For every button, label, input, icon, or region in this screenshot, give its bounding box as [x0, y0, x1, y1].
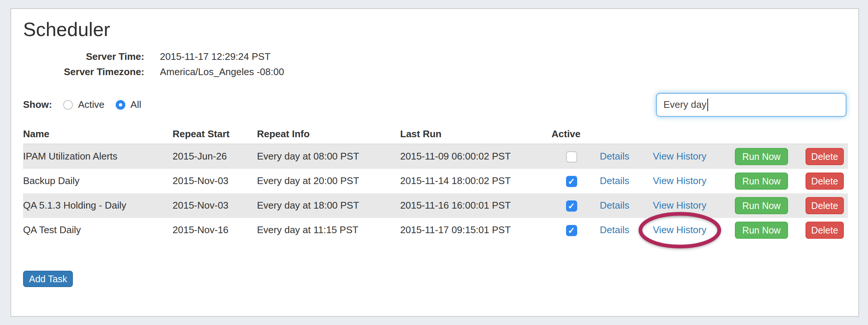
table-row: QA Test Daily 2015-Nov-16 Every day at 1…: [23, 218, 848, 242]
delete-button[interactable]: Delete: [806, 197, 843, 214]
page-title: Scheduler: [23, 19, 846, 41]
search-input-value: Every day: [663, 99, 707, 110]
last-run: 2015-11-16 16:00:01 PST: [400, 200, 552, 211]
active-radio[interactable]: [63, 100, 73, 110]
active-checkbox[interactable]: [566, 200, 577, 212]
last-run: 2015-11-17 09:15:01 PST: [400, 224, 552, 236]
details-link[interactable]: Details: [600, 200, 629, 211]
search-input[interactable]: Every day: [656, 93, 846, 117]
table-header-row: Name Repeat Start Repeat Info Last Run A…: [23, 127, 848, 144]
text-cursor: [707, 99, 708, 111]
all-radio[interactable]: [116, 100, 125, 110]
active-checkbox[interactable]: [566, 176, 577, 187]
delete-button[interactable]: Delete: [806, 173, 843, 190]
table-body: IPAM Utilization Alerts 2015-Jun-26 Ever…: [23, 144, 848, 242]
details-link[interactable]: Details: [600, 224, 629, 235]
table-row: Backup Daily 2015-Nov-03 Every day at 20…: [23, 169, 848, 193]
server-timezone-value: America/Los_Angeles -08:00: [160, 64, 284, 80]
repeat-start: 2015-Nov-03: [173, 200, 257, 211]
server-time-label: Server Time:: [23, 49, 144, 64]
active-checkbox[interactable]: [566, 225, 577, 236]
view-history-link[interactable]: View History: [653, 200, 706, 211]
view-history-link[interactable]: View History: [653, 151, 706, 162]
radio-option-active: Active: [61, 99, 105, 110]
repeat-start: 2015-Jun-26: [173, 151, 257, 162]
run-now-button[interactable]: Run Now: [735, 197, 788, 214]
run-now-button[interactable]: Run Now: [735, 173, 788, 190]
table-row: IPAM Utilization Alerts 2015-Jun-26 Ever…: [23, 144, 848, 169]
delete-button[interactable]: Delete: [806, 222, 843, 239]
scheduler-table: Name Repeat Start Repeat Info Last Run A…: [23, 127, 848, 242]
view-history-link[interactable]: View History: [653, 175, 706, 186]
repeat-info: Every day at 20:00 PST: [257, 175, 400, 187]
details-link[interactable]: Details: [600, 175, 629, 186]
active-radio-label[interactable]: Active: [78, 99, 105, 110]
repeat-info: Every day at 08:00 PST: [257, 151, 400, 162]
header-name: Name: [23, 128, 173, 144]
server-timezone-row: Server Timezone: America/Los_Angeles -08…: [23, 64, 846, 80]
server-time-value: 2015-11-17 12:29:24 PST: [160, 49, 270, 64]
controls-row: Show: Active All Every day: [23, 93, 846, 117]
repeat-start: 2015-Nov-16: [173, 224, 257, 236]
server-info: Server Time: 2015-11-17 12:29:24 PST Ser…: [23, 49, 846, 80]
run-now-button[interactable]: Run Now: [735, 148, 788, 165]
repeat-info: Every day at 11:15 PST: [257, 224, 400, 236]
show-filter-label: Show:: [23, 99, 52, 110]
details-link[interactable]: Details: [600, 151, 629, 162]
scheduler-card: Scheduler Server Time: 2015-11-17 12:29:…: [10, 8, 859, 317]
header-last-run: Last Run: [400, 128, 552, 144]
repeat-info: Every day at 18:00 PST: [257, 200, 400, 211]
server-timezone-label: Server Timezone:: [23, 64, 144, 80]
last-run: 2015-11-09 06:00:02 PST: [400, 151, 552, 162]
active-checkbox[interactable]: [566, 151, 577, 162]
header-repeat-info: Repeat Info: [257, 128, 400, 144]
task-name: Backup Daily: [23, 175, 173, 187]
task-name: IPAM Utilization Alerts: [23, 151, 173, 162]
view-history-link[interactable]: View History: [653, 224, 706, 235]
repeat-start: 2015-Nov-03: [173, 175, 257, 187]
run-now-button[interactable]: Run Now: [735, 222, 788, 239]
add-task-button[interactable]: Add Task: [23, 271, 73, 287]
task-name: QA 5.1.3 Holding - Daily: [23, 200, 173, 211]
task-name: QA Test Daily: [23, 224, 173, 236]
table-row: QA 5.1.3 Holding - Daily 2015-Nov-03 Eve…: [23, 193, 848, 218]
delete-button[interactable]: Delete: [806, 148, 843, 165]
last-run: 2015-11-14 18:00:02 PST: [400, 175, 552, 187]
header-active: Active: [552, 128, 591, 144]
header-repeat-start: Repeat Start: [173, 128, 257, 144]
server-time-row: Server Time: 2015-11-17 12:29:24 PST: [23, 49, 846, 64]
radio-option-all: All: [113, 99, 141, 110]
all-radio-label[interactable]: All: [131, 99, 141, 110]
